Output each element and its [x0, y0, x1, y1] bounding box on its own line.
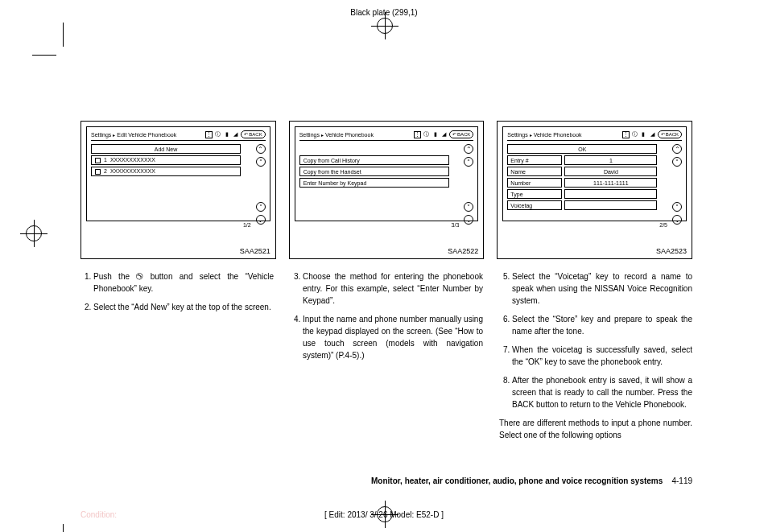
scroll-up-icon[interactable]: ˄: [464, 157, 473, 167]
voicetag-value[interactable]: [564, 200, 657, 210]
scroll-up-fast-icon[interactable]: ⌃: [256, 144, 266, 154]
step-3: Choose the method for entering the phone…: [303, 270, 483, 307]
phonebook-row[interactable]: 2 XXXXXXXXXXXX: [91, 167, 241, 176]
row-number: 1: [104, 155, 107, 165]
back-button[interactable]: ↶BACK: [449, 130, 473, 138]
column-2: Choose the method for entering the phone…: [290, 270, 483, 441]
info-icon: ⓘ: [214, 131, 221, 138]
figure-3: Settings ▸ Vehicle Phonebook ⋮ ⓘ ▮ ◢ ↶BA…: [497, 121, 692, 259]
breadcrumb: Settings: [91, 132, 111, 138]
entry-num-value[interactable]: 1: [564, 155, 657, 165]
copy-handset-button[interactable]: Copy from the Handset: [299, 167, 449, 176]
scroll-up-icon[interactable]: ˄: [672, 157, 682, 167]
figure-caption: SAA2522: [448, 247, 478, 255]
page-indicator: 1/2: [243, 222, 251, 228]
battery-icon: ▮: [431, 131, 439, 138]
add-new-button[interactable]: Add New: [91, 144, 241, 154]
column-3: Select the “Voicetag” key to record a na…: [499, 270, 692, 441]
type-value[interactable]: [564, 189, 657, 199]
breadcrumb: Vehicle Phonebook: [534, 132, 582, 138]
breadcrumb: Edit Vehicle Phonebook: [117, 132, 176, 138]
screen-2: Settings ▸ Vehicle Phonebook ⋮ ⓘ ▮ ◢ ↶BA…: [295, 126, 479, 221]
column-3-paragraph: There are different methods to input a p…: [499, 417, 692, 441]
name-label: Name: [507, 167, 562, 176]
row-number: 2: [104, 167, 107, 176]
enter-keypad-button[interactable]: Enter Number by Keypad: [299, 178, 449, 188]
bluetooth-icon: ⋮: [622, 131, 630, 138]
page-content: Settings ▸ Edit Vehicle Phonebook ⋮ ⓘ ▮ …: [81, 121, 692, 441]
battery-icon: ▮: [640, 131, 647, 138]
crop-mark: [63, 524, 64, 532]
edit-line: [ Edit: 2013/ 3/ 26 Model: E52-D ]: [0, 510, 768, 519]
row-text: XXXXXXXXXXXX: [110, 155, 155, 165]
figure-caption: SAA2523: [656, 247, 687, 255]
scroll-down-fast-icon[interactable]: ⌄: [672, 215, 682, 225]
battery-icon: ▮: [223, 131, 230, 138]
page-indicator: 3/3: [452, 222, 460, 228]
column-1: Push the ✆ button and select the “Vehicl…: [81, 270, 274, 441]
screen-header: Settings ▸ Edit Vehicle Phonebook ⋮ ⓘ ▮ …: [91, 130, 266, 141]
phone-button-icon: ✆: [139, 273, 141, 280]
screen-header: Settings ▸ Vehicle Phonebook ⋮ ⓘ ▮ ◢ ↶BA…: [507, 130, 682, 141]
chevron-right-icon: ▸: [321, 132, 324, 138]
breadcrumb: Settings: [507, 132, 527, 138]
back-arrow-icon: ↶: [452, 131, 456, 138]
back-button[interactable]: ↶BACK: [658, 130, 682, 138]
breadcrumb: Settings: [299, 132, 320, 138]
screen-1: Settings ▸ Edit Vehicle Phonebook ⋮ ⓘ ▮ …: [86, 126, 270, 221]
registration-mark-top: [377, 18, 393, 34]
back-arrow-icon: ↶: [244, 131, 248, 138]
screen-3: Settings ▸ Vehicle Phonebook ⋮ ⓘ ▮ ◢ ↶BA…: [502, 126, 687, 221]
phonebook-row[interactable]: 1 XXXXXXXXXXXX: [91, 155, 241, 165]
scroll-down-icon[interactable]: ˅: [464, 202, 473, 212]
ok-button[interactable]: OK: [507, 144, 657, 154]
signal-icon: ◢: [232, 131, 239, 138]
step-2: Select the “Add New” key at the top of t…: [93, 301, 274, 313]
scroll-up-icon[interactable]: ˄: [256, 157, 266, 167]
row-text: XXXXXXXXXXXX: [110, 167, 155, 176]
voicetag-label: Voicetag: [507, 200, 562, 210]
figure-caption: SAA2521: [240, 247, 270, 255]
copy-call-history-button[interactable]: Copy from Call History: [299, 155, 449, 165]
step-6: Select the “Store” key and prepare to sp…: [512, 313, 692, 337]
step-4: Input the name and phone number manually…: [303, 313, 483, 361]
chevron-right-icon: ▸: [530, 132, 532, 138]
breadcrumb: Vehicle Phonebook: [325, 132, 374, 138]
signal-icon: ◢: [649, 131, 656, 138]
info-icon: ⓘ: [423, 131, 430, 138]
registration-mark-left: [26, 225, 42, 241]
step-7: When the voicetag is successfully saved,…: [512, 344, 692, 368]
scroll-down-icon[interactable]: ˅: [672, 202, 682, 212]
number-label: Number: [507, 178, 562, 188]
scroll-up-fast-icon[interactable]: ⌃: [672, 144, 682, 154]
figures-row: Settings ▸ Edit Vehicle Phonebook ⋮ ⓘ ▮ …: [81, 121, 692, 259]
plate-info: Black plate (299,1): [0, 8, 768, 17]
scroll-down-fast-icon[interactable]: ⌄: [464, 215, 473, 225]
chevron-right-icon: ▸: [113, 132, 115, 138]
page-number: 4-119: [671, 476, 692, 485]
figure-2: Settings ▸ Vehicle Phonebook ⋮ ⓘ ▮ ◢ ↶BA…: [289, 121, 485, 259]
type-label: Type: [507, 189, 562, 199]
section-title: Monitor, heater, air conditioner, audio,…: [371, 476, 663, 485]
info-icon: ⓘ: [631, 131, 638, 138]
screen-header: Settings ▸ Vehicle Phonebook ⋮ ⓘ ▮ ◢ ↶BA…: [299, 130, 474, 141]
back-button[interactable]: ↶BACK: [241, 130, 265, 138]
figure-1: Settings ▸ Edit Vehicle Phonebook ⋮ ⓘ ▮ …: [81, 121, 276, 259]
step-5: Select the “Voicetag” key to record a na…: [512, 270, 692, 307]
step-1: Push the ✆ button and select the “Vehicl…: [93, 270, 274, 295]
text-columns: Push the ✆ button and select the “Vehicl…: [81, 270, 692, 441]
number-value[interactable]: 111-111-1111: [564, 178, 657, 188]
section-footer: Monitor, heater, air conditioner, audio,…: [81, 476, 692, 485]
crop-mark: [32, 55, 56, 56]
page-indicator: 2/5: [659, 222, 667, 228]
crop-mark: [63, 23, 64, 47]
entry-num-label: Entry #: [507, 155, 562, 165]
scroll-down-fast-icon[interactable]: ⌄: [256, 215, 266, 225]
signal-icon: ◢: [440, 131, 448, 138]
name-value[interactable]: David: [564, 167, 657, 176]
back-arrow-icon: ↶: [661, 131, 665, 138]
phone-icon: [95, 158, 101, 163]
scroll-down-icon[interactable]: ˅: [256, 202, 266, 212]
phone-icon: [95, 169, 101, 175]
bluetooth-icon: ⋮: [414, 131, 421, 138]
